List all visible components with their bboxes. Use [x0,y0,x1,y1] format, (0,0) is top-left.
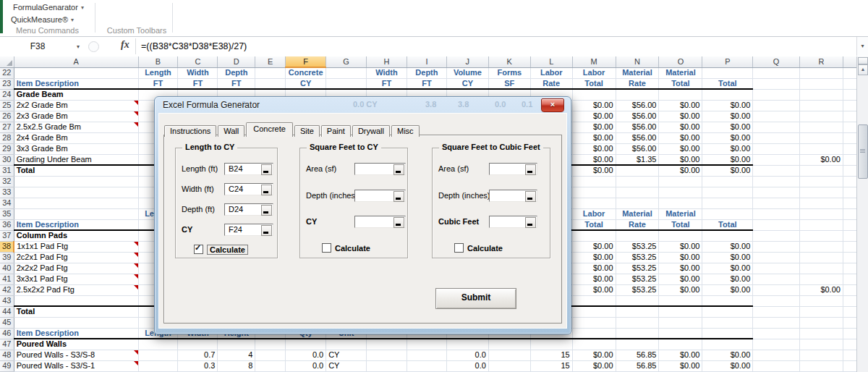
cell-P45[interactable] [702,317,753,328]
column-header-sliver[interactable] [843,56,856,67]
cell-R43[interactable] [800,295,843,306]
cell-A24[interactable]: Grade Beam [14,89,138,100]
cell-N46[interactable] [616,328,659,339]
row-header-32[interactable]: 32 [0,176,14,187]
cell-O49[interactable]: $0.00 [659,360,702,371]
cell-A39[interactable]: 2c2x1 Pad Ftg [14,252,138,263]
column-header-N[interactable]: N [616,56,659,67]
cell-R22[interactable] [800,67,843,78]
cell-O28[interactable]: $0.00 [659,132,702,143]
cell-M43[interactable] [572,295,616,306]
cell-K22[interactable]: Forms [488,67,530,78]
cell-O27[interactable]: $0.00 [659,122,702,132]
cell-N45[interactable] [616,317,659,328]
cell-R48[interactable] [800,350,843,360]
cell-O24[interactable] [659,89,702,100]
cell-Q42[interactable] [753,284,800,295]
cell-R29[interactable] [800,143,843,154]
cell-G49[interactable]: CY [326,360,367,371]
cell-E48[interactable] [255,350,286,360]
cell-A25[interactable]: 2x2 Grade Bm [14,100,138,111]
checkbox-checked-icon[interactable]: ✓ [194,245,203,254]
cell-B22[interactable]: Length [138,67,178,78]
row-header-48[interactable]: 48 [0,350,14,360]
cell-sliver-35[interactable] [843,208,856,219]
insert-function-icon[interactable]: fx [121,39,129,51]
row-header-35[interactable]: 35 [0,208,14,219]
cell-O38[interactable]: $0.00 [659,241,702,252]
row-header-38[interactable]: 38 [0,241,14,252]
collapse-range-icon[interactable] [393,164,404,175]
cell-C23[interactable]: FT [178,78,218,89]
cell-O44[interactable] [659,306,702,317]
row-header-42[interactable]: 42 [0,284,14,295]
cell-M42[interactable]: $0.00 [572,284,616,295]
cell-P27[interactable]: $0.00 [702,122,753,132]
cell-N29[interactable]: $56.00 [616,143,659,154]
cell-sliver-28[interactable] [843,132,856,143]
cell-G23[interactable] [326,78,367,89]
cell-H47[interactable] [367,339,407,350]
cell-M29[interactable]: $0.00 [572,143,616,154]
cell-R38[interactable] [800,241,843,252]
cell-O29[interactable]: $0.00 [659,143,702,154]
tab-misc[interactable]: Misc [391,125,420,137]
cell-A34[interactable] [14,198,138,208]
cell-J47[interactable] [446,339,488,350]
column-header-G[interactable]: G [326,56,367,67]
cell-N40[interactable]: $53.25 [616,263,659,274]
cell-R23[interactable] [800,78,843,89]
cell-Q45[interactable] [753,317,800,328]
cell-L23[interactable]: Rate [530,78,572,89]
cell-A42[interactable]: 2.5x2x2 Pad Ftg [14,284,138,295]
cell-A28[interactable]: 2x4 Grade Bm [14,132,138,143]
column-header-J[interactable]: J [446,56,488,67]
row-header-30[interactable]: 30 [0,154,14,165]
row-header-44[interactable]: 44 [0,306,14,317]
cell-N38[interactable]: $53.25 [616,241,659,252]
cell-O40[interactable]: $0.00 [659,263,702,274]
scrollbar-thumb[interactable] [858,124,868,179]
row-header-27[interactable]: 27 [0,122,14,132]
cell-Q40[interactable] [753,263,800,274]
cell-N37[interactable] [616,230,659,241]
cell-sliver-27[interactable] [843,122,856,132]
cell-M26[interactable]: $0.00 [572,111,616,122]
close-icon[interactable]: × [541,98,564,112]
cell-R27[interactable] [800,122,843,132]
cell-A32[interactable] [14,176,138,187]
cell-R39[interactable] [800,252,843,263]
cell-A23[interactable]: Item Description [14,78,138,89]
column-header-L[interactable]: L [530,56,572,67]
cell-A36[interactable]: Item Description [14,219,138,230]
cell-R41[interactable] [800,274,843,284]
cell-N41[interactable]: $53.25 [616,274,659,284]
cell-sliver-33[interactable] [843,187,856,198]
cell-F22[interactable]: Concrete [286,67,326,78]
cell-I49[interactable] [407,360,446,371]
cell-O46[interactable] [659,328,702,339]
cell-sliver-49[interactable] [843,360,856,371]
cell-P34[interactable] [702,198,753,208]
range-input-cubic-feet[interactable] [489,216,537,228]
cell-M35[interactable]: Labor [572,208,616,219]
cell-N23[interactable]: Rate [616,78,659,89]
column-header-F[interactable]: F [286,56,326,67]
collapse-range-icon[interactable] [261,205,272,216]
cell-O37[interactable] [659,230,702,241]
row-header-43[interactable]: 43 [0,295,14,306]
cell-N35[interactable]: Material [616,208,659,219]
cell-P32[interactable] [702,176,753,187]
range-input-cy[interactable] [354,216,406,228]
cell-E23[interactable] [255,78,286,89]
cell-B49[interactable] [138,360,178,371]
cell-Q36[interactable] [753,219,800,230]
cell-P28[interactable]: $0.00 [702,132,753,143]
cell-N27[interactable]: $56.00 [616,122,659,132]
cell-P23[interactable]: Total [702,78,753,89]
column-header-D[interactable]: D [218,56,255,67]
cell-R35[interactable] [800,208,843,219]
cell-D48[interactable]: 4 [218,350,255,360]
row-header-26[interactable]: 26 [0,111,14,122]
cell-N43[interactable] [616,295,659,306]
